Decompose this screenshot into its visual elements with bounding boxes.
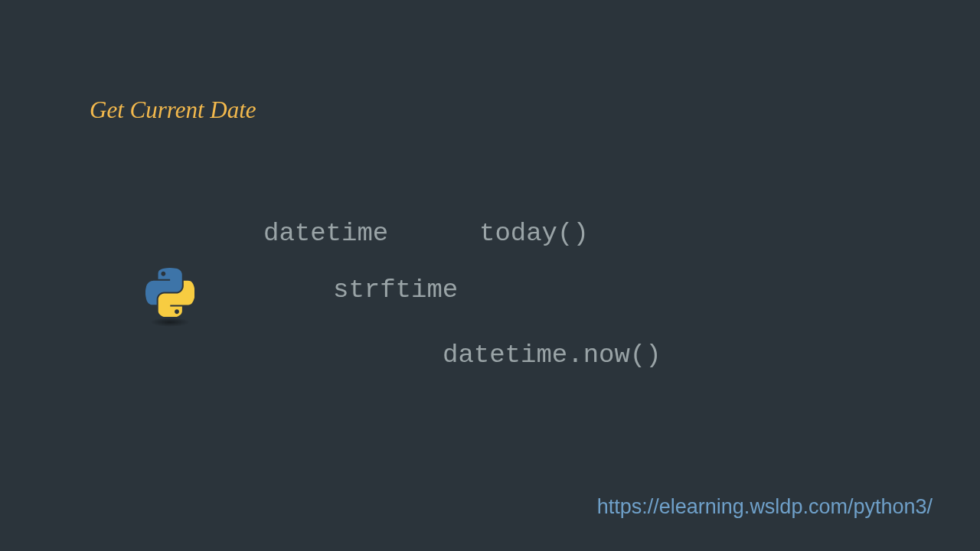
keyword-strftime: strftime (333, 276, 458, 305)
keyword-datetime-now: datetime.now() (443, 341, 662, 370)
slide: Get Current Date datetime today() strfti… (0, 0, 980, 551)
slide-title: Get Current Date (90, 96, 256, 124)
keyword-datetime: datetime (263, 219, 388, 248)
keyword-today: today() (479, 219, 589, 248)
footer-url: https://elearning.wsldp.com/python3/ (597, 495, 933, 519)
python-logo-svg (145, 268, 194, 317)
python-logo-icon (145, 268, 194, 328)
logo-shadow (150, 318, 190, 327)
